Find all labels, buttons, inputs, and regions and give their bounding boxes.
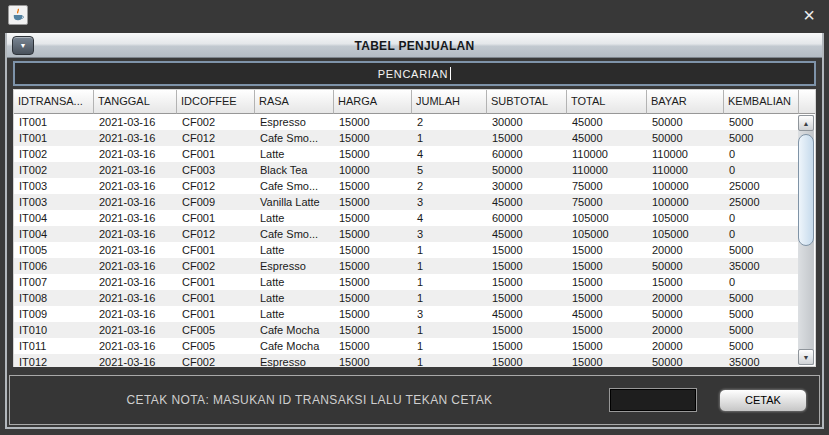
- table-cell: 15000: [487, 274, 567, 290]
- table-row[interactable]: IT0062021-03-16CF002Espresso150001150001…: [14, 258, 799, 274]
- table-row[interactable]: IT0032021-03-16CF012Cafe Smo...150002300…: [14, 178, 799, 194]
- table-cell: 30000: [487, 178, 567, 194]
- table-row[interactable]: IT0022021-03-16CF001Latte150004600001100…: [14, 146, 799, 162]
- table-row[interactable]: IT0032021-03-16CF009Vanilla Latte1500034…: [14, 194, 799, 210]
- table-cell: 5000: [724, 338, 799, 354]
- table-cell: 15000: [334, 290, 412, 306]
- table-cell: CF001: [177, 274, 255, 290]
- table-cell: 2021-03-16: [94, 338, 177, 354]
- table-cell: 75000: [567, 178, 647, 194]
- internal-frame: TABEL PENJUALAN ▼ PENCARIAN IDTRANSA...T…: [5, 33, 824, 429]
- column-header[interactable]: TOTAL: [567, 90, 647, 114]
- table-cell: 2021-03-16: [94, 178, 177, 194]
- column-header[interactable]: JUMLAH: [412, 90, 487, 114]
- table-row[interactable]: IT0042021-03-16CF001Latte150004600001050…: [14, 210, 799, 226]
- table-cell: Black Tea: [255, 162, 334, 178]
- table-header: IDTRANSA...TANGGALIDCOFFEERASAHARGAJUMLA…: [14, 90, 815, 114]
- table-cell: IT006: [14, 258, 94, 274]
- column-header[interactable]: TANGGAL: [94, 90, 177, 114]
- column-header[interactable]: IDCOFFEE: [177, 90, 255, 114]
- table-cell: CF012: [177, 178, 255, 194]
- print-id-input[interactable]: [609, 388, 697, 412]
- table-cell: 1: [412, 354, 487, 367]
- table-row[interactable]: IT0072021-03-16CF001Latte150001150001500…: [14, 274, 799, 290]
- table-row[interactable]: IT0122021-03-16CF002Espresso150001150001…: [14, 354, 799, 367]
- table-cell: 110000: [567, 162, 647, 178]
- table-cell: Cafe Smo...: [255, 226, 334, 242]
- table-cell: 110000: [567, 146, 647, 162]
- table-cell: 15000: [334, 258, 412, 274]
- table-cell: 15000: [334, 354, 412, 367]
- table-cell: 0: [724, 210, 799, 226]
- table-cell: 2021-03-16: [94, 194, 177, 210]
- scroll-down-button[interactable]: ▼: [798, 349, 814, 365]
- column-header[interactable]: SUBTOTAL: [487, 90, 567, 114]
- table-cell: 15000: [334, 226, 412, 242]
- table-cell: 2021-03-16: [94, 290, 177, 306]
- table-cell: CF003: [177, 162, 255, 178]
- close-icon[interactable]: ×: [797, 2, 821, 28]
- table-cell: 15000: [567, 242, 647, 258]
- table-row[interactable]: IT0042021-03-16CF012Cafe Smo...150003450…: [14, 226, 799, 242]
- table-cell: Vanilla Latte: [255, 194, 334, 210]
- frame-titlebar: TABEL PENJUALAN ▼: [7, 33, 822, 58]
- table-cell: 105000: [567, 226, 647, 242]
- arrow-down-icon: ▼: [803, 354, 810, 361]
- table-cell: IT007: [14, 274, 94, 290]
- table-cell: 20000: [647, 338, 724, 354]
- app-window: × TABEL PENJUALAN ▼ PENCARIAN IDTRANSA..…: [0, 0, 829, 435]
- table-cell: IT003: [14, 194, 94, 210]
- print-button[interactable]: CETAK: [719, 389, 807, 412]
- scroll-up-button[interactable]: ▲: [798, 115, 814, 131]
- table-cell: 15000: [567, 258, 647, 274]
- table-row[interactable]: IT0092021-03-16CF001Latte150003450004500…: [14, 306, 799, 322]
- table-cell: CF005: [177, 338, 255, 354]
- table-cell: Espresso: [255, 258, 334, 274]
- table-cell: 15000: [334, 210, 412, 226]
- column-header[interactable]: BAYAR: [647, 90, 724, 114]
- table-cell: IT010: [14, 322, 94, 338]
- table-cell: 1: [412, 338, 487, 354]
- table-cell: Latte: [255, 274, 334, 290]
- table-cell: 15000: [487, 258, 567, 274]
- table-cell: 0: [724, 162, 799, 178]
- table-cell: 15000: [487, 322, 567, 338]
- table-cell: 15000: [334, 306, 412, 322]
- table-cell: 35000: [724, 258, 799, 274]
- table-row[interactable]: IT0052021-03-16CF001Latte150001150001500…: [14, 242, 799, 258]
- scrollbar-thumb[interactable]: [798, 134, 814, 246]
- table-cell: 15000: [487, 242, 567, 258]
- table-cell: 3: [412, 194, 487, 210]
- table-cell: IT001: [14, 114, 94, 130]
- table-cell: IT009: [14, 306, 94, 322]
- table-body: IT0012021-03-16CF002Espresso150002300004…: [14, 114, 799, 367]
- table-cell: CF002: [177, 354, 255, 367]
- table-row[interactable]: IT0102021-03-16CF005Cafe Mocha1500011500…: [14, 322, 799, 338]
- search-input[interactable]: PENCARIAN: [13, 61, 816, 86]
- column-header[interactable]: HARGA: [334, 90, 412, 114]
- table-cell: 20000: [647, 290, 724, 306]
- column-header[interactable]: RASA: [255, 90, 334, 114]
- table-row[interactable]: IT0012021-03-16CF012Cafe Smo...150001150…: [14, 130, 799, 146]
- table-row[interactable]: IT0112021-03-16CF005Cafe Mocha1500011500…: [14, 338, 799, 354]
- table-cell: 50000: [647, 114, 724, 130]
- table-row[interactable]: IT0012021-03-16CF002Espresso150002300004…: [14, 114, 799, 130]
- table-cell: 20000: [647, 322, 724, 338]
- frame-menu-button[interactable]: ▼: [12, 36, 34, 55]
- table-cell: 35000: [724, 354, 799, 367]
- java-app-icon[interactable]: [8, 5, 28, 25]
- table-cell: 2021-03-16: [94, 274, 177, 290]
- table-cell: CF001: [177, 210, 255, 226]
- table-cell: 15000: [334, 130, 412, 146]
- table-cell: 0: [724, 146, 799, 162]
- table-cell: CF002: [177, 258, 255, 274]
- table-row[interactable]: IT0022021-03-16CF003Black Tea10000550000…: [14, 162, 799, 178]
- column-header[interactable]: KEMBALIAN: [724, 90, 799, 114]
- table-row[interactable]: IT0082021-03-16CF001Latte150001150001500…: [14, 290, 799, 306]
- vertical-scrollbar[interactable]: ▲ ▼: [798, 115, 814, 365]
- table-cell: 4: [412, 146, 487, 162]
- table-cell: 45000: [567, 130, 647, 146]
- print-instructions: CETAK NOTA: MASUKAN ID TRANSAKSI LALU TE…: [10, 393, 609, 407]
- print-panel: CETAK NOTA: MASUKAN ID TRANSAKSI LALU TE…: [9, 375, 820, 425]
- column-header[interactable]: IDTRANSA...: [14, 90, 94, 114]
